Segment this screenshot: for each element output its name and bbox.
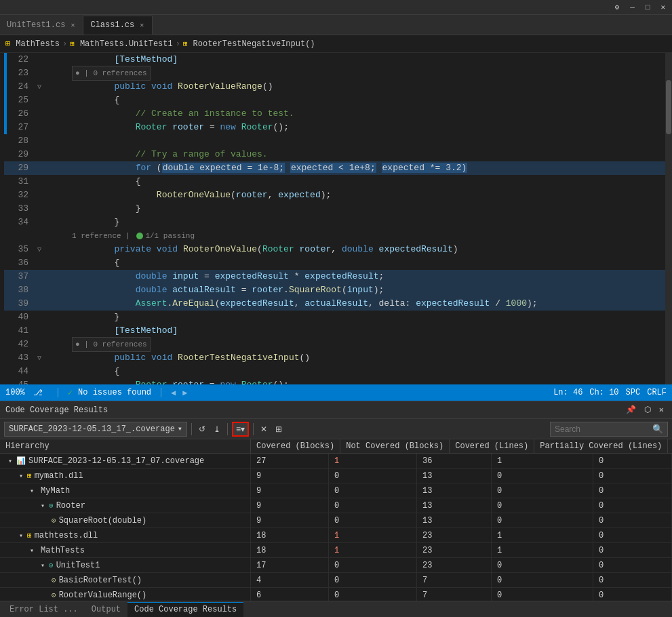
code-line-37: 37 double input = expectedResult * expec… xyxy=(4,270,665,283)
tree-expand-r3[interactable]: ▾ xyxy=(30,487,34,495)
bottom-tab-bar: Error List ... Output Code Coverage Resu… xyxy=(0,601,672,617)
table-row[interactable]: ⊙ RooterValueRange() 6 0 7 0 0 xyxy=(0,588,672,601)
coverage-table: Hierarchy Covered (Blocks) Not Covered (… xyxy=(0,439,672,601)
status-bar: 100% ⎇ ✓ No issues found ◀ ▶ Ln: 46 Ch: … xyxy=(0,384,672,401)
table-header: Hierarchy Covered (Blocks) Not Covered (… xyxy=(0,439,672,454)
settings-btn[interactable]: ⚙ xyxy=(612,3,622,12)
breadcrumb: ⊞ MathTests › ⊞ MathTests.UnitTest1 › ⊞ … xyxy=(0,35,672,53)
icon-class-unittest1: ⊙ xyxy=(49,561,54,570)
coverage-dropdown-arrow: ▾ xyxy=(178,424,182,434)
code-line-41: 41 [TestMethod] xyxy=(4,324,665,338)
tree-expand-r4[interactable]: ▾ xyxy=(41,502,45,510)
th-covered-lines[interactable]: Covered (Lines) xyxy=(450,439,534,453)
table-body: ▾ 📊 SURFACE_2023-12-05.13_17_07.coverage… xyxy=(0,454,672,601)
icon-class-rooter: ⊙ xyxy=(49,501,54,510)
code-line-27: 27 Rooter rooter = new Rooter(); xyxy=(4,121,665,134)
code-line-34: 34 } xyxy=(4,216,665,229)
close-btn[interactable]: ✕ xyxy=(658,3,668,12)
code-line-25: 25 { xyxy=(4,94,665,107)
table-row[interactable]: ▾ ⊙ Rooter 9 0 13 0 0 xyxy=(0,498,672,513)
table-row[interactable]: ▾ MyMath 9 0 13 0 0 xyxy=(0,483,672,498)
code-line-35-badge: 35 1 reference | 1/1 passing xyxy=(4,229,665,243)
tree-expand-r7[interactable]: ▾ xyxy=(30,546,34,555)
editor-scrollbar[interactable] xyxy=(665,53,672,384)
table-row[interactable]: ⊙ SquareRoot(double) 9 0 13 0 0 xyxy=(0,513,672,528)
cursor-col: Ch: 10 xyxy=(589,388,618,397)
icon-coverage: 📊 xyxy=(16,456,26,465)
bottom-tab-output[interactable]: Output xyxy=(85,602,127,617)
code-line-28: 28 xyxy=(4,134,665,148)
coverage-dropdown-value: SURFACE_2023-12-05.13_17_.coverage xyxy=(9,424,175,434)
collapse-24[interactable]: ▽ xyxy=(37,83,41,91)
delete-btn[interactable]: ✕ xyxy=(258,422,270,437)
panel-title: Code Coverage Results xyxy=(5,405,108,415)
th-partial-lines[interactable]: Partially Covered (Lines) xyxy=(534,439,668,453)
refresh-btn[interactable]: ↺ xyxy=(196,422,208,437)
th-not-covered-lines[interactable]: Not Covered (Lines xyxy=(668,439,672,453)
breadcrumb-project[interactable]: MathTests xyxy=(16,39,60,49)
code-line-44: 44 { xyxy=(4,365,665,378)
table-row[interactable]: ▾ MathTests 18 1 23 1 0 xyxy=(0,543,672,558)
code-line-30: 29 for (double expected = 1e-8; expected… xyxy=(4,161,665,175)
nav-arrow-right[interactable]: ▶ xyxy=(182,388,187,398)
tab-unittest1[interactable]: UnitTest1.cs ✕ xyxy=(0,16,83,35)
title-bar: ⚙ — □ ✕ xyxy=(0,0,672,15)
breadcrumb-class[interactable]: MathTests.UnitTest1 xyxy=(80,39,173,49)
zoom-level: 100% xyxy=(5,388,25,397)
bottom-tab-error[interactable]: Error List ... xyxy=(3,602,85,617)
tab-class1-close[interactable]: ✕ xyxy=(138,21,145,29)
export-btn[interactable]: ⤓ xyxy=(211,422,223,437)
filter-btn[interactable]: ≡▾ xyxy=(232,422,249,437)
coverage-toolbar: SURFACE_2023-12-05.13_17_.coverage ▾ ↺ ⤓… xyxy=(0,419,672,439)
encoding: SPC xyxy=(626,388,641,397)
th-covered-blocks[interactable]: Covered (Blocks) xyxy=(251,439,340,453)
maximize-btn[interactable]: □ xyxy=(643,3,653,12)
tab-class1[interactable]: Class1.cs ✕ xyxy=(83,16,153,35)
table-row[interactable]: ▾ 📊 SURFACE_2023-12-05.13_17_07.coverage… xyxy=(0,454,672,469)
collapse-35[interactable]: ▽ xyxy=(37,245,41,254)
tree-expand-r1[interactable]: ▾ xyxy=(8,457,12,465)
issues-text: No issues found xyxy=(78,388,151,397)
columns-btn[interactable]: ⊞ xyxy=(273,422,285,437)
tab-class1-label: Class1.cs xyxy=(90,20,134,30)
code-line-39: 39 Assert.AreEqual(expectedResult, actua… xyxy=(4,297,665,311)
code-line-24: 24 ▽ public void RooterValueRange() xyxy=(4,80,665,94)
tab-unittest1-label: UnitTest1.cs xyxy=(7,20,65,30)
tree-expand-r6[interactable]: ▾ xyxy=(19,532,23,540)
code-line-40: 40 } xyxy=(4,311,665,324)
bottom-tab-coverage[interactable]: Code Coverage Results xyxy=(127,602,243,617)
code-line-29: 29 // Try a range of values. xyxy=(4,148,665,161)
coverage-panel: Code Coverage Results 📌 ⬡ ✕ SURFACE_2023… xyxy=(0,401,672,601)
tree-expand-r8[interactable]: ▾ xyxy=(41,561,45,570)
panel-title-bar: Code Coverage Results 📌 ⬡ ✕ xyxy=(0,401,672,419)
search-box: 🔍 xyxy=(550,422,668,437)
th-hierarchy[interactable]: Hierarchy xyxy=(0,439,251,453)
collapse-43[interactable]: ▽ xyxy=(37,354,41,362)
code-line-43: 43 ▽ public void RooterTestNegativeInput… xyxy=(4,351,665,365)
cursor-position: Ln: 46 xyxy=(553,388,582,397)
scrollbar-thumb[interactable] xyxy=(666,80,671,134)
nav-arrow-left[interactable]: ◀ xyxy=(171,388,176,398)
code-line-38: 38 double actualResult = rooter.SquareRo… xyxy=(4,283,665,297)
icon-method-rootervaluerange: ⊙ xyxy=(52,591,56,599)
code-line-45: 45 Rooter rooter = new Rooter(); xyxy=(4,378,665,384)
panel-pin-btn[interactable]: 📌 xyxy=(623,404,639,416)
coverage-file-dropdown[interactable]: SURFACE_2023-12-05.13_17_.coverage ▾ xyxy=(4,422,187,437)
icon-dll: ⊞ xyxy=(27,471,32,480)
table-row[interactable]: ▾ ⊙ UnitTest1 17 0 23 0 0 xyxy=(0,558,672,573)
breadcrumb-method[interactable]: RooterTestNegativeInput() xyxy=(193,39,315,49)
table-row[interactable]: ⊙ BasicRooterTest() 4 0 7 0 0 xyxy=(0,573,672,588)
table-row[interactable]: ▾ ⊞ mathtests.dll 18 1 23 1 0 xyxy=(0,528,672,543)
icon-dll-mathtests: ⊞ xyxy=(27,531,32,540)
table-row[interactable]: ▾ ⊞ mymath.dll 9 0 13 0 0 xyxy=(0,469,672,483)
minimize-btn[interactable]: — xyxy=(627,3,637,12)
tree-expand-r2[interactable]: ▾ xyxy=(19,472,23,480)
code-line-33: 33 } xyxy=(4,202,665,216)
th-not-covered-blocks[interactable]: Not Covered (Blocks) xyxy=(340,439,450,453)
tab-unittest1-close[interactable]: ✕ xyxy=(69,21,76,29)
panel-float-btn[interactable]: ⬡ xyxy=(641,404,654,416)
search-icon: 🔍 xyxy=(652,424,663,435)
icon-method-squareroot: ⊙ xyxy=(52,516,56,525)
panel-close-btn[interactable]: ✕ xyxy=(656,404,667,416)
search-input[interactable] xyxy=(555,424,650,434)
